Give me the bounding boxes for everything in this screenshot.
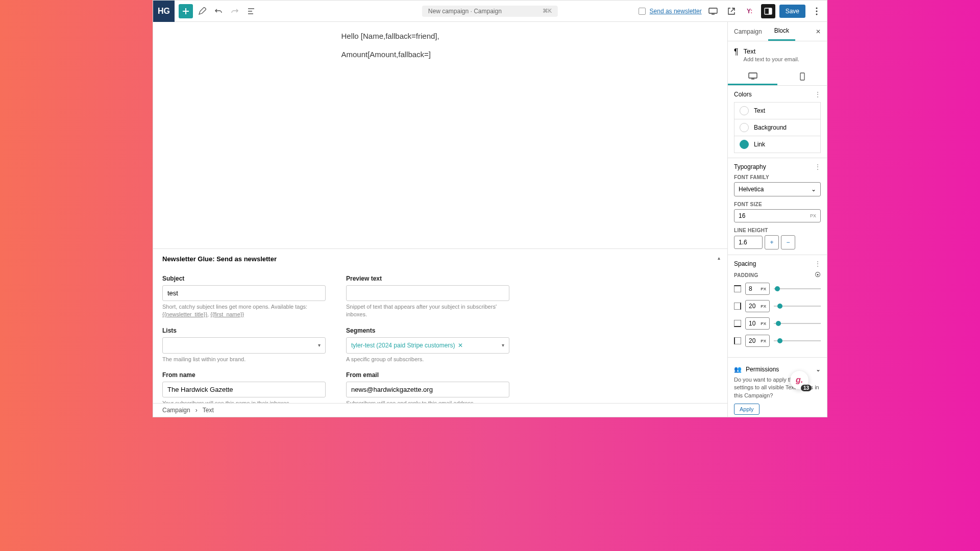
- shortcut-hint: ⌘K: [543, 8, 552, 14]
- from-email-label: From email: [346, 371, 509, 379]
- line-height-input[interactable]: [734, 236, 763, 249]
- tab-block[interactable]: Block: [768, 22, 795, 41]
- lists-dropdown[interactable]: ▾: [162, 337, 326, 354]
- tag-first-name[interactable]: {{first_name}}: [210, 311, 244, 317]
- color-link-row[interactable]: Link: [734, 136, 821, 153]
- pad-right-icon: [734, 303, 741, 310]
- settings-sidebar-toggle[interactable]: [761, 4, 775, 18]
- spacing-title: Spacing: [734, 260, 756, 267]
- line-height-label: LINE HEIGHT: [734, 228, 821, 233]
- font-size-label: FONT SIZE: [734, 202, 821, 207]
- settings-sidebar: Campaign Block ✕ ¶ Text Add text to your…: [727, 22, 827, 417]
- preview-text-input[interactable]: [346, 285, 509, 301]
- svg-rect-6: [749, 73, 757, 78]
- padding-top-input[interactable]: 8PX: [745, 283, 770, 295]
- permissions-title: Permissions: [746, 366, 779, 373]
- from-name-label: From name: [162, 371, 326, 379]
- segments-dropdown[interactable]: tyler-test (2024 paid Stripe customers)✕…: [346, 337, 509, 354]
- external-link-icon[interactable]: [724, 4, 739, 18]
- typography-title: Typography: [734, 163, 766, 170]
- apply-button[interactable]: Apply: [734, 404, 760, 415]
- padding-left-input[interactable]: 20PX: [745, 335, 770, 347]
- undo-button[interactable]: [211, 4, 226, 18]
- padding-bottom-slider[interactable]: [774, 323, 821, 324]
- spacing-more-button[interactable]: ⋮: [815, 260, 821, 267]
- email-line-2: Amount[Amount,fallback=]: [341, 48, 540, 61]
- unlink-sides-button[interactable]: ⦿: [815, 271, 821, 279]
- pad-bottom-icon: [734, 320, 741, 327]
- subject-label: Subject: [162, 275, 326, 282]
- svg-point-4: [816, 10, 818, 12]
- padding-right-slider[interactable]: [774, 306, 821, 307]
- grammarly-badge[interactable]: g. 13: [790, 371, 808, 389]
- lists-hint: The mailing list within your brand.: [162, 356, 326, 363]
- segments-label: Segments: [346, 327, 509, 334]
- desktop-preview-icon[interactable]: [706, 4, 720, 18]
- paragraph-icon: ¶: [734, 47, 739, 57]
- from-email-input[interactable]: [346, 382, 509, 397]
- svg-rect-0: [709, 8, 717, 13]
- yoast-icon[interactable]: Y:: [743, 4, 757, 18]
- segments-hint: A specific group of subscribers.: [346, 356, 509, 363]
- email-line-1: Hello [Name,fallback=friend],: [341, 30, 540, 42]
- permissions-icon: 👥: [734, 366, 742, 373]
- panel-title: Newsletter Glue: Send as newsletter: [162, 255, 718, 263]
- preview-text-label: Preview text: [346, 275, 509, 282]
- subject-input[interactable]: [162, 285, 326, 301]
- edit-icon[interactable]: [195, 4, 209, 18]
- padding-bottom-input[interactable]: 10PX: [745, 317, 770, 330]
- text-block[interactable]: Hello [Name,fallback=friend], Amount[Amo…: [333, 30, 548, 248]
- remove-segment-button[interactable]: ✕: [458, 342, 463, 349]
- outline-button[interactable]: [244, 4, 258, 18]
- more-options-button[interactable]: [810, 4, 824, 18]
- color-background-row[interactable]: Background: [734, 119, 821, 136]
- padding-top-slider[interactable]: [774, 288, 821, 289]
- breadcrumb-text[interactable]: Text: [203, 407, 214, 414]
- font-size-input[interactable]: 16PX: [734, 209, 821, 222]
- colors-title: Colors: [734, 91, 752, 98]
- document-title: New campaign · Campaign: [428, 8, 502, 15]
- device-desktop-tab[interactable]: [728, 68, 777, 85]
- svg-point-3: [816, 7, 818, 9]
- add-block-button[interactable]: [179, 4, 193, 18]
- colors-more-button[interactable]: ⋮: [815, 91, 821, 98]
- breadcrumb-campaign[interactable]: Campaign: [162, 407, 190, 414]
- redo-button[interactable]: [228, 4, 242, 18]
- collapse-panel-button[interactable]: ▴: [718, 255, 720, 261]
- padding-left-slider[interactable]: [774, 340, 821, 341]
- permissions-toggle[interactable]: ⌄: [816, 366, 821, 373]
- editor-canvas[interactable]: Hello [Name,fallback=friend], Amount[Amo…: [153, 22, 727, 248]
- block-type-name: Text: [744, 47, 799, 55]
- svg-point-5: [816, 13, 818, 15]
- site-logo[interactable]: HG: [153, 1, 175, 22]
- font-family-select[interactable]: Helvetica⌄: [734, 182, 821, 196]
- chevron-right-icon: ›: [195, 407, 198, 414]
- color-text-row[interactable]: Text: [734, 102, 821, 119]
- typography-more-button[interactable]: ⋮: [815, 163, 821, 170]
- line-height-decrease[interactable]: −: [781, 235, 795, 249]
- breadcrumb: Campaign › Text: [153, 403, 727, 417]
- from-name-input[interactable]: [162, 382, 326, 397]
- tab-campaign[interactable]: Campaign: [728, 23, 768, 40]
- block-type-desc: Add text to your email.: [744, 56, 799, 62]
- close-sidebar-button[interactable]: ✕: [810, 24, 827, 39]
- pad-left-icon: [734, 337, 741, 344]
- device-mobile-tab[interactable]: [777, 68, 827, 85]
- send-as-newsletter-link[interactable]: Send as newsletter: [650, 8, 702, 15]
- svg-rect-7: [800, 73, 804, 80]
- grammarly-count: 13: [801, 385, 812, 391]
- padding-right-input[interactable]: 20PX: [745, 300, 770, 312]
- line-height-increase[interactable]: +: [765, 235, 779, 249]
- newsletter-glue-panel: Newsletter Glue: Send as newsletter ▴ Su…: [153, 248, 727, 417]
- document-title-bar[interactable]: New campaign · Campaign ⌘K: [422, 6, 558, 17]
- lists-label: Lists: [162, 327, 326, 334]
- top-toolbar: HG New campaign · Campaign ⌘K Send as ne…: [153, 1, 827, 22]
- pad-top-icon: [734, 285, 741, 292]
- segment-chip: tyler-test (2024 paid Stripe customers)✕: [351, 342, 463, 349]
- font-family-label: FONT FAMILY: [734, 174, 821, 180]
- svg-rect-2: [769, 8, 772, 14]
- tag-newsletter-title[interactable]: {{newsletter_title}}: [162, 311, 207, 317]
- send-as-newsletter-checkbox[interactable]: [639, 8, 646, 15]
- padding-label: PADDING: [734, 272, 758, 278]
- save-button[interactable]: Save: [779, 5, 805, 18]
